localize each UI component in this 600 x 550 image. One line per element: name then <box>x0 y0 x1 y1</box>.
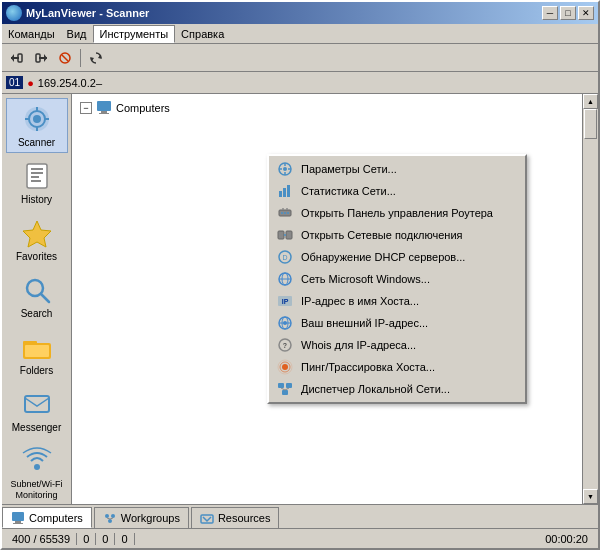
indicator-01: 01 <box>6 76 23 89</box>
svg-point-34 <box>283 167 287 171</box>
menu-help[interactable]: Справка <box>175 26 230 42</box>
menu-ms-network-label: Сеть Microsoft Windows... <box>301 273 430 285</box>
scanner-icon <box>21 103 53 135</box>
svg-rect-20 <box>31 176 39 178</box>
computers-icon <box>96 100 112 116</box>
svg-rect-74 <box>13 523 23 524</box>
ping-icon <box>277 359 293 375</box>
subnet-label: Subnet/Wi-FiMonitoring <box>10 479 62 501</box>
maximize-button[interactable]: □ <box>560 6 576 20</box>
scrollbar-track[interactable] <box>583 109 598 489</box>
svg-point-44 <box>284 212 286 214</box>
folders-label: Folders <box>20 365 53 376</box>
minimize-button[interactable]: ─ <box>542 6 558 20</box>
menu-network-params[interactable]: Параметры Сети... <box>269 158 525 180</box>
toolbar-refresh[interactable] <box>85 47 107 69</box>
svg-point-77 <box>108 519 112 523</box>
menu-external-ip-label: Ваш внешний IP-адрес... <box>301 317 428 329</box>
svg-rect-5 <box>36 54 40 62</box>
tab-computers-label: Computers <box>29 512 83 524</box>
app-icon <box>6 5 22 21</box>
favorites-icon <box>21 217 53 249</box>
menubar: Команды Вид Инструменты Справка <box>2 24 598 44</box>
menu-network-stats[interactable]: Статистика Сети... <box>269 180 525 202</box>
status-mid2: 0 <box>96 533 115 545</box>
menu-open-connections[interactable]: Открыть Сетевые подключения <box>269 224 525 246</box>
tab-computers[interactable]: Computers <box>2 507 92 528</box>
menu-view[interactable]: Вид <box>61 26 93 42</box>
tab-resources[interactable]: Resources <box>191 507 280 528</box>
statusbar: 400 / 65539 0 0 0 00:00:20 <box>2 528 598 548</box>
status-mid1: 0 <box>77 533 96 545</box>
toolbar-stop[interactable] <box>54 47 76 69</box>
titlebar: MyLanViewer - Scanner ─ □ ✕ <box>2 2 598 24</box>
menu-external-ip[interactable]: Ваш внешний IP-адрес... <box>269 312 525 334</box>
svg-rect-72 <box>12 512 24 521</box>
svg-point-66 <box>278 360 292 374</box>
svg-rect-2 <box>18 54 22 62</box>
workgroups-tab-icon <box>103 511 117 525</box>
toolbar-forward[interactable] <box>30 47 52 69</box>
scanner-label: Scanner <box>18 137 55 148</box>
toolbar-back[interactable] <box>6 47 28 69</box>
svg-rect-73 <box>15 521 21 523</box>
scrollbar-up[interactable]: ▲ <box>583 94 598 109</box>
svg-line-24 <box>41 294 49 302</box>
scrollbar-down[interactable]: ▼ <box>583 489 598 504</box>
svg-point-12 <box>33 115 41 123</box>
favorites-label: Favorites <box>16 251 57 262</box>
svg-rect-67 <box>278 383 284 388</box>
menu-ip-to-host[interactable]: IP IP-адрес в имя Хоста... <box>269 290 525 312</box>
svg-line-78 <box>107 518 110 519</box>
lan-manager-icon <box>277 381 293 397</box>
network-params-icon <box>277 161 293 177</box>
sidebar-item-subnet[interactable]: Subnet/Wi-FiMonitoring <box>6 440 68 504</box>
svg-point-75 <box>105 514 109 518</box>
main-window: MyLanViewer - Scanner ─ □ ✕ Команды Вид … <box>0 0 600 550</box>
dhcp-icon: D <box>277 249 293 265</box>
svg-rect-39 <box>279 191 282 197</box>
sidebar-item-favorites[interactable]: Favorites <box>6 212 68 267</box>
sidebar-item-history[interactable]: History <box>6 155 68 210</box>
window-title: MyLanViewer - Scanner <box>26 7 149 19</box>
svg-rect-49 <box>286 231 292 239</box>
tree-expand[interactable]: − <box>80 102 92 114</box>
svg-point-43 <box>281 212 283 214</box>
tab-workgroups[interactable]: Workgroups <box>94 507 189 528</box>
sidebar-item-messenger[interactable]: Messenger <box>6 383 68 438</box>
vertical-scrollbar: ▲ ▼ <box>582 94 598 504</box>
toolbar-separator <box>80 49 81 67</box>
menu-dhcp-label: Обнаружение DHCP серверов... <box>301 251 465 263</box>
menu-router-panel-label: Открыть Панель управления Роутера <box>301 207 493 219</box>
menu-open-connections-label: Открыть Сетевые подключения <box>301 229 463 241</box>
subnet-icon <box>21 445 53 477</box>
sidebar-item-scanner[interactable]: Scanner <box>6 98 68 153</box>
svg-rect-68 <box>286 383 292 388</box>
svg-rect-19 <box>31 172 43 174</box>
menu-lan-manager[interactable]: Диспетчер Локальной Сети... <box>269 378 525 400</box>
sidebar-item-search[interactable]: Search <box>6 269 68 324</box>
close-button[interactable]: ✕ <box>578 6 594 20</box>
whois-icon: ? <box>277 337 293 353</box>
menu-commands[interactable]: Команды <box>2 26 61 42</box>
tree-root[interactable]: − Computers <box>76 98 578 118</box>
tree-content: − Computers <box>72 94 582 122</box>
svg-marker-4 <box>44 54 47 62</box>
svg-text:?: ? <box>283 342 287 349</box>
search-icon <box>21 274 53 306</box>
computers-tab-icon <box>11 511 25 525</box>
open-connections-icon <box>277 227 293 243</box>
menu-ping[interactable]: Пинг/Трассировка Хоста... <box>269 356 525 378</box>
address-value: 169.254.0.2– <box>38 77 102 89</box>
menu-router-panel[interactable]: Открыть Панель управления Роутера <box>269 202 525 224</box>
menu-whois[interactable]: ? Whois для IP-адреса... <box>269 334 525 356</box>
menu-network-params-label: Параметры Сети... <box>301 163 397 175</box>
search-label: Search <box>21 308 53 319</box>
menu-tools[interactable]: Инструменты <box>93 25 176 43</box>
menu-dhcp[interactable]: D Обнаружение DHCP серверов... <box>269 246 525 268</box>
svg-line-79 <box>110 518 113 519</box>
svg-rect-69 <box>282 390 288 395</box>
sidebar-item-folders[interactable]: Folders <box>6 326 68 381</box>
menu-ms-network[interactable]: Сеть Microsoft Windows... <box>269 268 525 290</box>
scrollbar-thumb[interactable] <box>584 109 597 139</box>
